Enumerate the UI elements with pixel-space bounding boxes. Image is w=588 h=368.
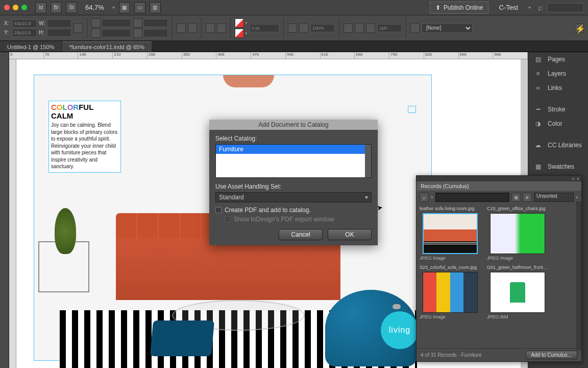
shear-icon[interactable] (133, 29, 142, 38)
record-thumbnail[interactable] (490, 272, 545, 313)
record-item[interactable]: C15_green_office_chairs.jpg JPEG Image (487, 205, 548, 264)
record-filename: leather sofa living room.jpg (420, 205, 481, 212)
living-badge[interactable]: living (381, 311, 419, 349)
create-pdf-checkbox[interactable]: Create PDF and add to catalog. (215, 206, 372, 214)
screen-mode-icon[interactable]: ▭ (134, 2, 145, 13)
records-grid: leather sofa living room.jpg JPEG Image … (416, 204, 581, 348)
fill-dropdown-icon[interactable]: ▾ (245, 20, 248, 26)
checkbox-icon[interactable] (215, 207, 222, 213)
record-type: JPEG Image (420, 314, 481, 323)
x-label: X: (4, 20, 11, 26)
headline-text-frame[interactable]: COLORFUL CALM Joy can be calming. Blend … (48, 101, 121, 173)
panel-cc-libraries[interactable]: ☁CC Libraries (528, 138, 588, 152)
tab-furniture[interactable]: *furniture-color11.indd @ 65% (62, 41, 152, 52)
record-item[interactable]: leather sofa living room.jpg JPEG Image (420, 205, 481, 264)
tools-panel[interactable] (0, 52, 9, 368)
text-wrap-none-icon[interactable] (344, 24, 353, 33)
rotate-icon[interactable] (133, 18, 142, 28)
lightning-icon[interactable]: ⚡ (575, 24, 584, 33)
records-panel: « × Records (Cumulus) ⌕ ▾ ⊗ ≡ Unsorted ▾… (416, 175, 582, 362)
panel-stroke[interactable]: ━Stroke (528, 102, 588, 117)
records-search-input[interactable] (435, 193, 509, 202)
sort-icon[interactable]: ≡ (523, 193, 532, 202)
scale-x-icon[interactable] (91, 18, 101, 28)
zoom-dropdown-icon[interactable]: ▾ (112, 5, 115, 10)
record-item[interactable]: S23_colorful_sofa_room.jpg JPEG Image (420, 264, 481, 323)
shear-field[interactable] (143, 29, 168, 37)
text-wrap-bound-icon[interactable] (355, 24, 364, 33)
panel-links[interactable]: ∞Links (528, 81, 588, 95)
panel-label: Pages (548, 56, 565, 63)
price-frame[interactable] (408, 106, 416, 113)
record-thumbnail[interactable] (423, 272, 478, 313)
flip-h-icon[interactable] (177, 24, 186, 33)
catalog-item-furniture[interactable]: Furniture (216, 145, 365, 154)
publish-online-button[interactable]: ⬆ Publish Online (430, 2, 488, 14)
scale-y-icon[interactable] (91, 29, 101, 38)
fx-icon[interactable] (288, 24, 297, 33)
record-item[interactable]: G01_green_halfmoon_front.j... JPEG-Bild (487, 264, 548, 323)
upload-icon: ⬆ (435, 4, 440, 11)
tab-untitled[interactable]: Untitled-1 @ 150% (0, 41, 62, 52)
cancel-button[interactable]: Cancel (279, 229, 323, 240)
x-field[interactable] (12, 19, 37, 28)
record-thumbnail[interactable] (423, 213, 478, 254)
search-icon[interactable]: ⌕ (420, 193, 429, 202)
panel-close-icon[interactable]: × (577, 176, 579, 181)
clear-search-icon[interactable]: ⊗ (511, 193, 521, 202)
workspace-dropdown-icon[interactable]: ▾ (528, 5, 531, 10)
rotate-field[interactable] (143, 19, 168, 27)
sort-select[interactable]: Unsorted (534, 193, 574, 202)
w-field[interactable] (47, 19, 71, 28)
object-style-select[interactable]: [None] (422, 24, 473, 33)
opacity-icon[interactable] (299, 24, 308, 33)
flip-v-icon[interactable] (188, 24, 197, 33)
search-input[interactable] (547, 3, 584, 12)
records-count: 4 of 31 Records - Furniture (421, 352, 482, 358)
panel-layers[interactable]: ≡Layers (528, 66, 588, 81)
record-type: JPEG-Bild (487, 314, 548, 323)
panel-pages[interactable]: ▤Pages (528, 52, 588, 66)
maximize-window[interactable] (21, 5, 27, 10)
panel-menu-icon[interactable]: « (572, 176, 575, 181)
panel-color[interactable]: ◑Color (528, 117, 588, 131)
scale-y-field[interactable] (102, 29, 131, 37)
lamp-image (223, 75, 274, 87)
object-style-icon[interactable] (410, 24, 420, 33)
scale-x-field[interactable] (102, 19, 131, 27)
y-field[interactable] (12, 29, 37, 37)
panel-label: Swatches (548, 163, 574, 170)
zoom-level[interactable]: 64,7% (85, 4, 104, 11)
catalog-list[interactable]: Furniture (215, 144, 372, 178)
opacity-field[interactable] (310, 24, 335, 32)
list-scrollbar[interactable] (365, 145, 371, 177)
record-thumbnail[interactable] (490, 213, 545, 254)
ruler-horizontal: 0701402102803504064765466166867568268969… (9, 52, 528, 59)
add-to-cumulus-button[interactable]: Add to Cumulus... (526, 351, 577, 359)
frame-fit-icon[interactable] (366, 24, 375, 33)
close-window[interactable] (4, 5, 10, 10)
stroke-dropdown-icon[interactable]: ▾ (245, 31, 248, 36)
vase-image (55, 208, 76, 254)
select-content-icon[interactable] (217, 24, 226, 33)
stock-icon[interactable]: St (66, 2, 77, 13)
constrain-icon[interactable] (74, 24, 83, 33)
asset-set-select[interactable]: Standard (215, 192, 372, 202)
stroke-swatch[interactable] (235, 29, 244, 38)
panel-swatches[interactable]: ▦Swatches (528, 159, 588, 174)
view-options-icon[interactable]: ▦ (119, 2, 130, 13)
h-field[interactable] (47, 29, 71, 37)
corner-field[interactable] (377, 24, 402, 32)
fill-swatch[interactable] (235, 18, 244, 28)
minimize-window[interactable] (13, 5, 18, 10)
workspace-menu[interactable]: C-Test (499, 4, 518, 11)
arrange-icon[interactable]: ▥ (150, 2, 161, 13)
select-container-icon[interactable] (206, 24, 215, 33)
sort-dropdown-icon[interactable]: ▾ (576, 195, 578, 200)
ok-button[interactable]: OK (328, 229, 372, 240)
bridge-icon[interactable]: Br (51, 2, 62, 13)
search-dropdown-icon[interactable]: ▾ (431, 195, 433, 200)
stroke-weight-field[interactable] (250, 24, 279, 32)
swatches-icon: ▦ (533, 163, 543, 170)
records-scrollbar[interactable] (576, 201, 581, 350)
